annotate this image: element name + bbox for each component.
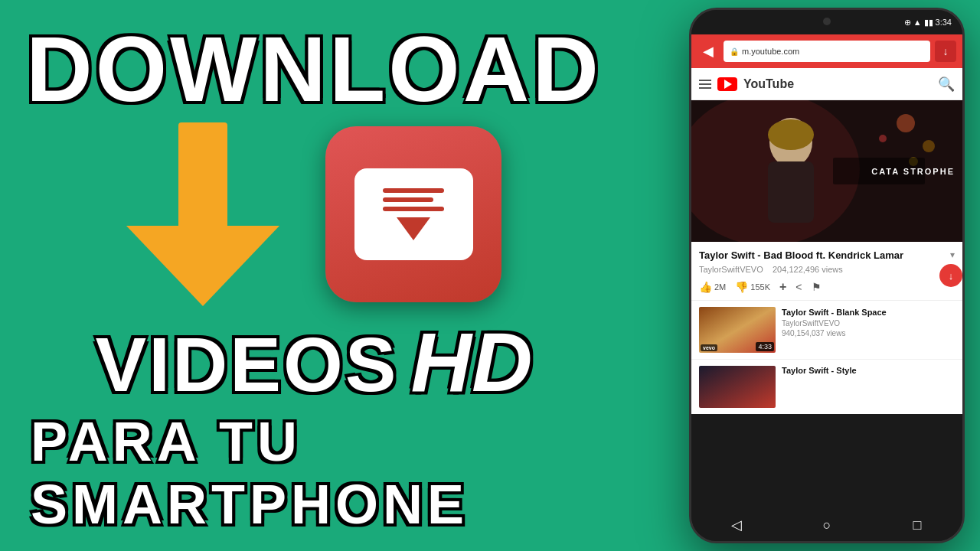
- app-icon-line-2: [383, 197, 433, 202]
- app-icon-line-1: [383, 188, 444, 193]
- url-bar[interactable]: 🔒 m.youtube.com: [724, 41, 930, 62]
- nav-recent-button[interactable]: □: [902, 510, 933, 540]
- svg-point-9: [879, 135, 887, 142]
- bottom-texts: VIDEOS HD PARA TU SMARTPHONE: [31, 313, 597, 536]
- like-button[interactable]: 👍 2M: [699, 281, 726, 293]
- phone-mockup: ⊕ ▲ ▮▮ 3:34 ◀ 🔒 m.youtube.com ↓: [689, 8, 965, 543]
- dislike-icon: 👎: [735, 281, 748, 293]
- hd-text: HD: [411, 313, 533, 410]
- add-button[interactable]: +: [779, 280, 786, 294]
- suggested-info-1: Taylor Swift - Blank Space TaylorSwiftVE…: [782, 307, 955, 337]
- download-arrow-icon: ↓: [949, 270, 954, 282]
- flag-icon: ⚑: [812, 281, 822, 293]
- video-actions: 👍 2M 👎 155K + < ⚑: [699, 280, 955, 294]
- url-text: m.youtube.com: [742, 47, 799, 56]
- browser-download-button[interactable]: ↓: [935, 41, 956, 62]
- suggested-title-2: Taylor Swift - Style: [782, 366, 955, 375]
- suggested-thumb-1: vevo 4:33: [699, 307, 776, 353]
- flag-button[interactable]: ⚑: [812, 281, 822, 293]
- dropdown-arrow-icon[interactable]: ▾: [950, 249, 955, 260]
- video-views: 204,122,496 views: [773, 265, 843, 274]
- suggested-download-button-1[interactable]: ↓: [939, 264, 962, 287]
- video-title-row: Taylor Swift - Bad Blood ft. Kendrick La…: [699, 249, 955, 262]
- app-icon-lines: [383, 188, 444, 211]
- phone-camera: [823, 18, 831, 25]
- video-title: Taylor Swift - Bad Blood ft. Kendrick La…: [699, 249, 947, 262]
- phone-frame: ⊕ ▲ ▮▮ 3:34 ◀ 🔒 m.youtube.com ↓: [689, 8, 965, 543]
- hamburger-line: [699, 87, 711, 89]
- nav-back-button[interactable]: ◁: [721, 510, 752, 540]
- hamburger-line: [699, 80, 711, 81]
- phone-status-bar: ⊕ ▲ ▮▮ 3:34: [691, 10, 962, 34]
- share-button[interactable]: <: [795, 281, 802, 293]
- video-thumbnail: CATA STROPHE: [691, 100, 962, 242]
- suggested-title-1: Taylor Swift - Blank Space: [782, 307, 955, 318]
- svg-point-7: [897, 114, 915, 132]
- add-icon: +: [779, 280, 786, 294]
- video-channel: TaylorSwiftVEVO: [699, 265, 763, 274]
- dislike-count: 155K: [750, 282, 770, 292]
- dislike-button[interactable]: 👎 155K: [735, 281, 770, 293]
- svg-point-8: [923, 140, 935, 152]
- youtube-header: YouTube 🔍: [691, 68, 962, 100]
- status-icons: ⊕ ▲ ▮▮: [904, 18, 933, 28]
- app-icon-inner: [354, 168, 473, 260]
- hamburger-menu[interactable]: [699, 80, 711, 89]
- youtube-logo: [717, 77, 737, 91]
- vevo-badge: vevo: [701, 344, 717, 351]
- app-icon: [325, 126, 501, 302]
- para-tu-text: PARA TU SMARTPHONE: [31, 410, 597, 536]
- suggested-thumb-2: [699, 366, 776, 408]
- video-meta: TaylorSwiftVEVO 204,122,496 views: [699, 265, 955, 274]
- back-button[interactable]: ◀: [697, 43, 719, 60]
- videos-text: VIDEOS: [96, 321, 399, 409]
- youtube-search-icon[interactable]: 🔍: [938, 76, 955, 93]
- youtube-play-icon: [724, 80, 732, 89]
- app-icon-download-arrow: [397, 217, 430, 240]
- svg-point-6: [768, 119, 814, 150]
- svg-marker-1: [126, 226, 279, 306]
- browser-bar: ◀ 🔒 m.youtube.com ↓: [691, 34, 962, 68]
- nav-home-icon: ○: [823, 517, 831, 533]
- phone-nav-bar: ◁ ○ □: [691, 509, 962, 541]
- status-time: 3:34: [936, 18, 952, 27]
- nav-home-button[interactable]: ○: [812, 510, 842, 540]
- download-icon: ↓: [943, 45, 949, 57]
- suggested-video-2[interactable]: Taylor Swift - Style: [691, 360, 962, 414]
- svg-rect-5: [768, 161, 814, 223]
- like-count: 2M: [714, 282, 726, 292]
- download-arrow-icon: [126, 122, 279, 306]
- catastrophe-text: CATA STROPHE: [871, 167, 955, 176]
- suggested-views-1: 940,154,037 views: [782, 329, 955, 337]
- video-info: Taylor Swift - Bad Blood ft. Kendrick La…: [691, 242, 962, 301]
- svg-rect-0: [178, 122, 227, 233]
- video-duration: 4:33: [756, 342, 774, 351]
- suggested-video-1[interactable]: vevo 4:33 Taylor Swift - Blank Space Tay…: [691, 301, 962, 360]
- suggested-info-2: Taylor Swift - Style: [782, 366, 955, 375]
- middle-section: [31, 115, 597, 313]
- like-icon: 👍: [699, 281, 712, 293]
- download-title: DOWNLOAD: [26, 23, 602, 115]
- youtube-title: YouTube: [743, 77, 932, 91]
- videos-hd-line: VIDEOS HD: [96, 313, 533, 410]
- lock-icon: 🔒: [730, 47, 739, 56]
- nav-recent-icon: □: [913, 517, 922, 533]
- nav-back-icon: ◁: [731, 517, 742, 533]
- hamburger-line: [699, 83, 711, 85]
- suggested-channel-1: TaylorSwiftVEVO: [782, 319, 955, 328]
- share-icon: <: [795, 281, 802, 293]
- phone-status-right: ⊕ ▲ ▮▮ 3:34: [904, 18, 952, 28]
- main-content: DOWNLOAD VIDEOS HD PARA TU SMARTPHONE: [0, 0, 628, 551]
- app-icon-line-3: [383, 207, 444, 211]
